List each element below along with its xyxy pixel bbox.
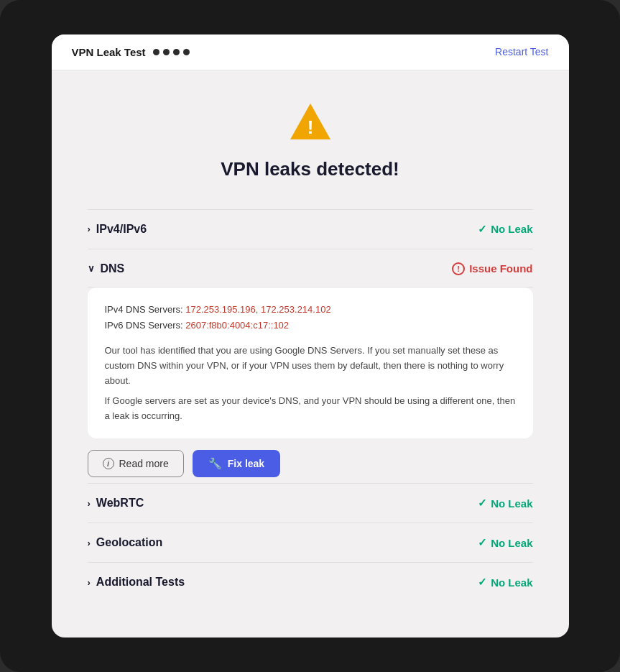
read-more-label: Read more — [119, 458, 169, 469]
fix-leak-label: Fix leak — [228, 458, 264, 469]
dot-4 — [183, 49, 190, 55]
section-ipv4ipv6: › IPv4/IPv6 ✓ No Leak — [88, 209, 533, 249]
webrtc-status-label: No Leak — [491, 497, 532, 510]
dot-2 — [163, 49, 170, 55]
section-dns: ∨ DNS ! Issue Found IPv4 DNS Servers: 17… — [88, 249, 533, 477]
card: VPN Leak Test Restart Test ! VPN leaks d… — [52, 34, 569, 638]
header-left: VPN Leak Test — [72, 46, 190, 58]
webrtc-text: WebRTC — [96, 497, 144, 510]
ipv4ipv6-label[interactable]: › IPv4/IPv6 — [88, 223, 147, 236]
chevron-down-icon: ∨ — [88, 263, 95, 274]
header: VPN Leak Test Restart Test — [52, 34, 569, 70]
dns-desc-1: Our tool has identified that you are usi… — [105, 344, 516, 388]
ipv4-dns-value: 172.253.195.196, 172.253.214.102 — [185, 304, 330, 315]
svg-text:!: ! — [307, 116, 313, 138]
dns-status-label: Issue Found — [469, 262, 532, 275]
webrtc-label[interactable]: › WebRTC — [88, 497, 144, 510]
main-title: VPN leaks detected! — [221, 158, 399, 180]
additional-status-label: No Leak — [491, 576, 532, 589]
issue-circle-icon: ! — [452, 262, 465, 275]
action-buttons: i Read more 🔧 Fix leak — [88, 450, 533, 477]
section-webrtc: › WebRTC ✓ No Leak — [88, 483, 533, 523]
dns-desc-2: If Google servers are set as your device… — [105, 394, 516, 424]
dns-status: ! Issue Found — [452, 262, 532, 275]
chevron-right-webrtc-icon: › — [88, 498, 91, 509]
ipv6-dns-label: IPv6 DNS Servers: — [105, 320, 183, 331]
fix-leak-button[interactable]: 🔧 Fix leak — [193, 450, 280, 477]
additional-text: Additional Tests — [96, 576, 185, 589]
ipv4ipv6-text: IPv4/IPv6 — [96, 223, 147, 236]
ipv6-dns-value: 2607:f8b0:4004:c17::102 — [185, 320, 289, 331]
geolocation-text: Geolocation — [96, 536, 162, 549]
check-additional-icon: ✓ — [478, 576, 487, 589]
app-title: VPN Leak Test — [72, 46, 146, 58]
dns-header-row: ∨ DNS ! Issue Found — [88, 249, 533, 287]
ipv6-dns-row: IPv6 DNS Servers: 2607:f8b0:4004:c17::10… — [105, 318, 516, 333]
geolocation-label[interactable]: › Geolocation — [88, 536, 163, 549]
check-webrtc-icon: ✓ — [478, 497, 487, 510]
section-additional: › Additional Tests ✓ No Leak — [88, 562, 533, 602]
dns-servers: IPv4 DNS Servers: 172.253.195.196, 172.2… — [105, 302, 516, 333]
ipv4-dns-row: IPv4 DNS Servers: 172.253.195.196, 172.2… — [105, 302, 516, 318]
restart-button[interactable]: Restart Test — [495, 46, 548, 57]
dot-3 — [173, 49, 180, 55]
dns-detail-box: IPv4 DNS Servers: 172.253.195.196, 172.2… — [88, 287, 533, 438]
additional-status: ✓ No Leak — [478, 576, 532, 589]
dns-text: DNS — [101, 262, 125, 275]
webrtc-status: ✓ No Leak — [478, 497, 532, 510]
chevron-right-geo-icon: › — [88, 538, 91, 548]
geolocation-status: ✓ No Leak — [478, 536, 532, 549]
info-icon: i — [103, 458, 114, 469]
additional-label[interactable]: › Additional Tests — [88, 576, 185, 589]
chevron-right-icon: › — [88, 224, 91, 234]
wrench-icon: 🔧 — [208, 457, 222, 470]
ipv4-dns-label: IPv4 DNS Servers: — [105, 304, 183, 315]
geolocation-status-label: No Leak — [491, 537, 532, 549]
read-more-button[interactable]: i Read more — [88, 450, 184, 477]
chevron-right-additional-icon: › — [88, 577, 91, 588]
ipv4ipv6-status-label: No Leak — [491, 223, 532, 235]
section-geolocation: › Geolocation ✓ No Leak — [88, 523, 533, 562]
check-icon: ✓ — [478, 223, 487, 236]
alert-section: ! VPN leaks detected! — [88, 99, 533, 180]
dns-description: Our tool has identified that you are usi… — [105, 344, 516, 424]
warning-icon: ! — [287, 99, 333, 145]
main-content: ! VPN leaks detected! › IPv4/IPv6 ✓ No L… — [52, 70, 569, 638]
outer-container: VPN Leak Test Restart Test ! VPN leaks d… — [0, 0, 620, 672]
ipv4ipv6-status: ✓ No Leak — [478, 223, 532, 236]
dot-group — [153, 49, 190, 55]
dot-1 — [153, 49, 159, 55]
check-geo-icon: ✓ — [478, 536, 487, 549]
dns-label[interactable]: ∨ DNS — [88, 262, 125, 275]
